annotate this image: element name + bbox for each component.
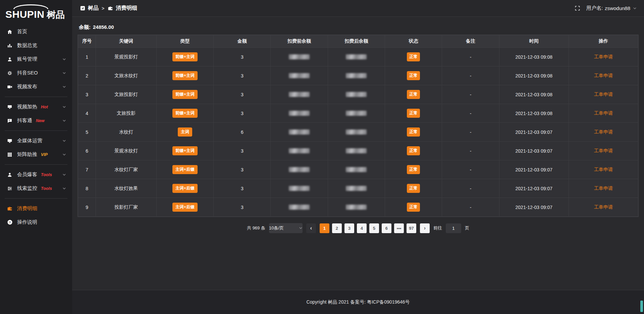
table-row: 5水纹灯主词6正常-2021-12-03 09:07工单申请 <box>78 123 638 142</box>
pager-ellipsis[interactable]: ••• <box>394 223 404 233</box>
sidebar-item-chat[interactable]: 抖客通New <box>0 114 72 127</box>
cell-action: 工单申请 <box>569 123 638 142</box>
page-size-select[interactable]: 10条/页 <box>269 223 303 233</box>
sidebar-item-label: 抖客通 <box>17 117 32 124</box>
cell-time: 2021-12-03 09:07 <box>499 160 569 179</box>
user-dropdown[interactable]: 用户名: zswodun88 <box>586 5 637 11</box>
app-square-icon <box>79 6 86 11</box>
ticket-request-link[interactable]: 工单申请 <box>594 204 613 210</box>
pager-page-1[interactable]: 1 <box>320 223 329 233</box>
status-badge: 正常 <box>407 109 420 118</box>
type-badge: 主词+后缀 <box>172 203 198 212</box>
cell-time: 2021-12-03 09:08 <box>499 48 569 66</box>
masked-value <box>346 129 367 135</box>
type-badge: 主词 <box>178 127 192 137</box>
balance: 余额:24856.00 <box>79 24 637 31</box>
goto-page-input[interactable] <box>446 223 461 233</box>
pager-page-4[interactable]: 4 <box>357 223 367 233</box>
pager-page-5[interactable]: 5 <box>369 223 379 233</box>
hot-screen-icon <box>7 104 13 110</box>
type-badge: 前缀+主词 <box>172 109 198 118</box>
scrollbar-thumb[interactable] <box>640 301 643 312</box>
sidebar-item-home[interactable]: 首页 <box>0 25 72 39</box>
sidebar-item-monitor[interactable]: 全媒体运营 <box>0 134 72 148</box>
pagination-total: 共 969 条 <box>247 225 265 231</box>
pager-page-3[interactable]: 3 <box>344 223 354 233</box>
pager-page-6[interactable]: 6 <box>382 223 391 233</box>
sidebar-item-badge: Tools <box>41 172 52 177</box>
cell-type: 主词+后缀 <box>156 198 213 217</box>
sidebar-item-grid[interactable]: 矩阵助推VIP <box>0 148 72 161</box>
table-row: 1景观投影灯前缀+主词3正常-2021-12-03 09:08工单申请 <box>78 48 638 66</box>
sliders-icon <box>7 186 13 191</box>
chevron-down-icon <box>62 152 66 157</box>
breadcrumb-separator: > <box>102 6 104 11</box>
sidebar-item-user[interactable]: 账号管理 <box>0 52 72 66</box>
table-row: 9投影灯厂家主词+后缀3正常-2021-12-03 09:07工单申请 <box>78 198 638 217</box>
cell-before_balance <box>271 123 328 142</box>
sidebar-item-label: 全媒体运营 <box>17 138 42 144</box>
ticket-request-link[interactable]: 工单申请 <box>594 167 613 172</box>
table-header-row: 序号关键词类型金额扣费前余额扣费后余额状态备注时间操作 <box>78 35 638 48</box>
goto-suffix: 页 <box>465 225 469 231</box>
ticket-request-link[interactable]: 工单申请 <box>594 73 613 78</box>
pager-next-button[interactable]: › <box>420 223 430 233</box>
home-icon <box>7 29 13 35</box>
ticket-request-link[interactable]: 工单申请 <box>594 148 613 153</box>
logo-text-cn: 树品 <box>47 9 65 21</box>
cell-remark: - <box>442 198 499 217</box>
sidebar-item-bar-chart[interactable]: 数据总览 <box>0 39 72 52</box>
pager-page-2[interactable]: 2 <box>332 223 342 233</box>
ticket-request-link[interactable]: 工单申请 <box>594 54 613 59</box>
status-badge: 正常 <box>407 184 420 193</box>
footer: Copyright 树品 2021 备案号: 粤ICP备09019646号 <box>72 290 644 314</box>
cell-keyword: 水纹灯厂家 <box>96 160 156 179</box>
ticket-request-link[interactable]: 工单申请 <box>594 92 613 97</box>
ticket-request-link[interactable]: 工单申请 <box>594 129 613 135</box>
column-header: 金额 <box>214 35 271 48</box>
sidebar-item-wallet[interactable]: 消费明细 <box>0 202 72 215</box>
masked-value <box>346 111 367 116</box>
cell-index: 1 <box>78 48 96 66</box>
goto-label: 前往 <box>433 225 442 231</box>
pager-prev-button[interactable]: ‹ <box>306 223 316 233</box>
cell-after_balance <box>328 48 385 66</box>
chevron-down-icon <box>633 5 637 11</box>
sidebar-item-user-group[interactable]: 会员爆客Tools <box>0 168 72 181</box>
sidebar-item-gear[interactable]: 抖音SEO <box>0 66 72 80</box>
breadcrumb-item-current[interactable]: 消费明细 <box>107 5 137 12</box>
user-icon <box>7 57 13 62</box>
sidebar-item-sliders[interactable]: 线索监控Tools <box>0 181 72 195</box>
topbar: 树品 > 消费明细 用户名: zswodun88 <box>72 0 644 17</box>
cell-action: 工单申请 <box>569 198 638 217</box>
type-badge: 前缀+主词 <box>172 52 198 61</box>
chevron-down-icon <box>62 84 66 90</box>
sidebar-item-badge: Tools <box>41 186 52 191</box>
cell-index: 5 <box>78 123 96 142</box>
cell-index: 8 <box>78 179 96 198</box>
cell-time: 2021-12-03 09:08 <box>499 85 569 104</box>
ticket-request-link[interactable]: 工单申请 <box>594 110 613 116</box>
cell-before_balance <box>271 104 328 123</box>
pager-page-97[interactable]: 97 <box>407 223 416 233</box>
sidebar-item-video-camera[interactable]: 视频发布 <box>0 80 72 94</box>
column-header: 序号 <box>78 35 96 48</box>
column-header: 关键词 <box>96 35 156 48</box>
masked-value <box>346 205 367 210</box>
masked-value <box>346 54 367 59</box>
sidebar-item-hot-screen[interactable]: 视频加热Hot <box>0 100 72 114</box>
type-badge: 前缀+主词 <box>172 71 198 80</box>
ticket-request-link[interactable]: 工单申请 <box>594 186 613 191</box>
cell-type: 前缀+主词 <box>156 48 213 66</box>
breadcrumb: 树品 > 消费明细 <box>79 5 137 12</box>
fullscreen-icon[interactable] <box>575 5 580 11</box>
wallet-icon <box>7 206 13 211</box>
cell-keyword: 文旅水纹灯 <box>96 66 156 85</box>
sidebar-item-question-circle[interactable]: ?操作说明 <box>0 215 72 229</box>
breadcrumb-item-root[interactable]: 树品 <box>79 5 99 12</box>
cell-remark: - <box>442 85 499 104</box>
masked-value <box>346 92 367 97</box>
sidebar-divider <box>5 130 67 131</box>
cell-after_balance <box>328 160 385 179</box>
app-root: SHUPIN 树品 首页数据总览账号管理抖音SEO视频发布视频加热Hot抖客通N… <box>0 0 644 314</box>
